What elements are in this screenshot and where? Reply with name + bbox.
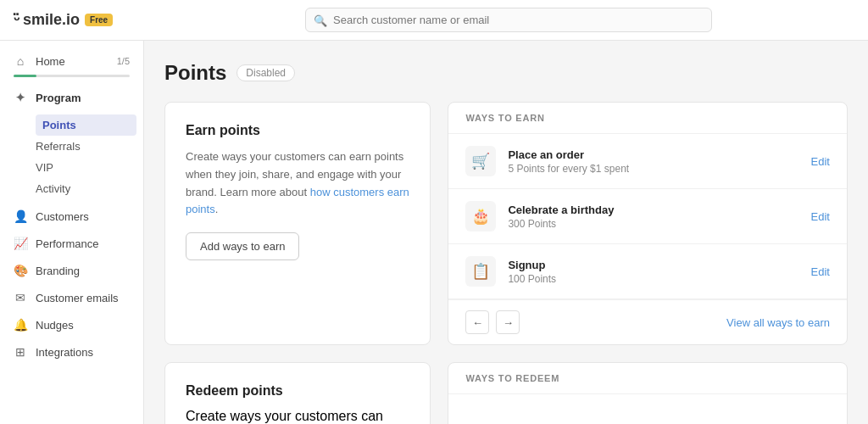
home-icon: ⌂ (14, 54, 27, 68)
logo-text: smile.io (23, 11, 80, 29)
progress-bar-wrap (0, 75, 143, 84)
birthday-info: Celebrate a birthday 300 Points (508, 204, 798, 230)
sidebar-customers-label: Customers (36, 210, 89, 223)
earn-info-panel: Earn points Create ways your customers c… (164, 102, 431, 345)
sidebar-item-home[interactable]: ⌂ Home 1/5 (0, 47, 143, 75)
signup-icon: 📋 (465, 256, 496, 287)
earn-grid: Earn points Create ways your customers c… (164, 102, 848, 345)
sidebar-item-performance[interactable]: 📈 Performance (0, 230, 143, 257)
order-points: 5 Points for every $1 spent (508, 163, 798, 175)
signup-edit-link[interactable]: Edit (811, 265, 830, 278)
nudges-icon: 🔔 (14, 318, 27, 332)
integrations-icon: ⊞ (14, 345, 27, 359)
ways-to-earn-panel: WAYS TO EARN 🛒 Place an order 5 Points f… (448, 102, 848, 345)
sidebar-item-integrations[interactable]: ⊞ Integrations (0, 338, 143, 365)
free-badge: Free (85, 14, 113, 26)
main-content: Points Disabled Earn points Create ways … (144, 41, 868, 424)
sidebar-performance-label: Performance (36, 237, 98, 250)
program-icon: ✦ (14, 91, 27, 104)
order-icon: 🛒 (465, 146, 496, 176)
sidebar-sub-program: Points Referrals VIP Activity (0, 111, 143, 203)
logo: ᵕ̈ smile.io (14, 11, 80, 30)
prev-button[interactable]: ← (465, 310, 489, 334)
sidebar-item-points[interactable]: Points (36, 114, 136, 136)
signup-name: Signup (508, 259, 798, 271)
sidebar-item-program[interactable]: ✦ Program (0, 84, 143, 111)
customers-icon: 👤 (14, 209, 27, 223)
sidebar-item-branding[interactable]: 🎨 Branding (0, 257, 143, 284)
sidebar-home-label: Home (36, 55, 65, 68)
earn-title: Earn points (186, 123, 409, 138)
progress-bar-fill (14, 75, 36, 77)
sidebar-item-customers[interactable]: 👤 Customers (0, 203, 143, 230)
ways-to-earn-header: WAYS TO EARN (448, 103, 847, 134)
home-badge: 1/5 (117, 56, 130, 66)
redeem-description: Create ways your customers can redeem po… (186, 409, 409, 424)
ways-to-redeem-panel: WAYS TO REDEEM (448, 362, 848, 424)
nav-buttons: ← → (465, 310, 520, 334)
sidebar-item-vip[interactable]: VIP (36, 157, 143, 178)
sidebar-program-label: Program (36, 92, 81, 104)
way-item-birthday: 🎂 Celebrate a birthday 300 Points Edit (448, 189, 847, 244)
order-edit-link[interactable]: Edit (811, 155, 830, 168)
way-item-signup: 📋 Signup 100 Points Edit (448, 244, 847, 299)
redeem-title: Redeem points (186, 383, 409, 399)
layout: ⌂ Home 1/5 ✦ Program Points Referrals VI… (0, 41, 868, 424)
sidebar: ⌂ Home 1/5 ✦ Program Points Referrals VI… (0, 41, 144, 424)
search-input[interactable] (305, 8, 712, 32)
way-item-order: 🛒 Place an order 5 Points for every $1 s… (448, 134, 847, 189)
sidebar-item-nudges[interactable]: 🔔 Nudges (0, 311, 143, 338)
redeem-grid: Redeem points Create ways your customers… (164, 362, 848, 424)
birthday-name: Celebrate a birthday (508, 204, 798, 216)
order-name: Place an order (508, 148, 798, 161)
sidebar-nudges-label: Nudges (36, 319, 74, 332)
performance-icon: 📈 (14, 237, 27, 250)
birthday-points: 300 Points (508, 218, 798, 230)
birthday-icon: 🎂 (465, 201, 496, 232)
view-all-link[interactable]: View all ways to earn (726, 316, 830, 329)
logo-icon: ᵕ̈ (14, 11, 19, 30)
search-icon: 🔍 (314, 14, 327, 26)
page-header: Points Disabled (164, 61, 848, 85)
sidebar-item-referrals[interactable]: Referrals (36, 136, 143, 157)
signup-points: 100 Points (508, 273, 798, 285)
sidebar-item-customer-emails[interactable]: ✉ Customer emails (0, 284, 143, 311)
next-button[interactable]: → (496, 310, 520, 334)
emails-icon: ✉ (14, 291, 27, 304)
disabled-badge: Disabled (236, 64, 295, 81)
ways-footer: ← → View all ways to earn (448, 299, 847, 344)
order-info: Place an order 5 Points for every $1 spe… (508, 148, 798, 175)
signup-info: Signup 100 Points (508, 259, 798, 285)
sidebar-integrations-label: Integrations (36, 346, 93, 359)
add-ways-to-earn-button[interactable]: Add ways to earn (186, 232, 299, 260)
progress-bar (14, 75, 130, 77)
page-title: Points (164, 61, 226, 85)
earn-description: Create ways your customers can earn poin… (186, 148, 409, 219)
ways-to-redeem-header: WAYS TO REDEEM (448, 363, 847, 394)
branding-icon: 🎨 (14, 264, 27, 277)
search-bar: 🔍 (305, 8, 712, 32)
sidebar-branding-label: Branding (36, 265, 80, 277)
topbar: ᵕ̈ smile.io Free 🔍 (0, 0, 868, 41)
sidebar-item-activity[interactable]: Activity (36, 178, 143, 199)
birthday-edit-link[interactable]: Edit (811, 210, 830, 223)
sidebar-emails-label: Customer emails (36, 292, 119, 304)
logo-area: ᵕ̈ smile.io Free (14, 11, 149, 30)
redeem-info-panel: Redeem points Create ways your customers… (164, 362, 431, 424)
